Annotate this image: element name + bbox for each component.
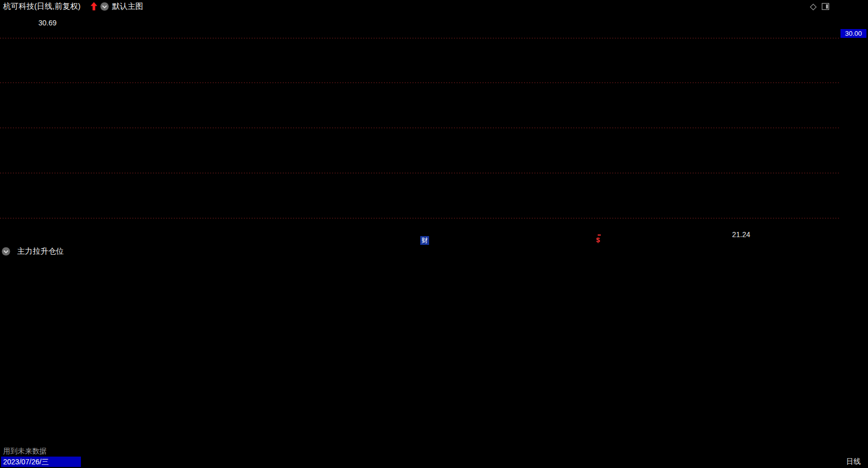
financial-report-marker[interactable]: 财 (420, 236, 429, 245)
top-bar: 杭可科技(日线,前复权) 默认主图 (0, 0, 868, 13)
period-label[interactable]: 日线 (842, 457, 865, 466)
indicator-header: 主力拉升仓位 (2, 246, 64, 256)
price-highlight-badge: 30.00 (841, 29, 866, 38)
chevron-down-circle-icon[interactable] (2, 247, 10, 256)
up-arrow-icon (90, 2, 98, 11)
indicator-name[interactable]: 主力拉升仓位 (17, 246, 64, 256)
date-axis: 2023/07/26/三 日线 (0, 456, 868, 468)
low-price-label: 21.24 (724, 230, 750, 239)
current-date-label: 2023/07/26/三 (1, 457, 81, 467)
dividend-marker[interactable]: $ (596, 236, 600, 244)
high-price-label: 30.69 (38, 19, 57, 27)
dividend-marker-dash (598, 235, 601, 236)
panel-layout-icon[interactable] (821, 3, 830, 10)
chevron-down-circle-icon[interactable] (100, 2, 109, 11)
stock-title: 杭可科技(日线,前复权) (3, 2, 80, 11)
diamond-icon[interactable] (809, 3, 817, 11)
app-window: 杭可科技(日线,前复权) 默认主图 用到未来数据 30.00 30.69 21.… (0, 0, 868, 468)
grid-layer (0, 38, 839, 218)
layout-selector[interactable]: 默认主图 (112, 2, 143, 11)
